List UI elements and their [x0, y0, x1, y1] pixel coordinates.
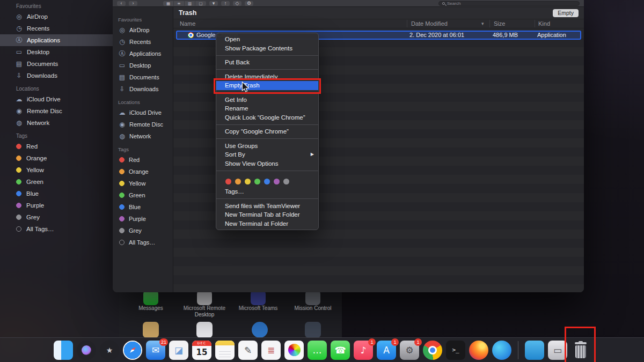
mission-control-grid-icon[interactable]: [305, 290, 320, 305]
group-button[interactable]: ▾: [209, 1, 218, 6]
sidebar-item-purple[interactable]: Purple: [113, 213, 173, 225]
menu-item-get-info[interactable]: Get Info: [216, 95, 318, 105]
column-view-icon[interactable]: ▥: [185, 1, 195, 6]
sidebar-item-network[interactable]: ◍Network: [113, 130, 173, 142]
empty-trash-toolbar-button[interactable]: Empty: [553, 9, 579, 17]
dock-notes[interactable]: [215, 341, 235, 360]
dock-music[interactable]: ♪1: [354, 341, 373, 360]
dock-textedit[interactable]: ✎: [238, 341, 258, 360]
menu-item-copy-google-chrome[interactable]: Copy “Google Chrome”: [216, 127, 318, 136]
menu-item-new-terminal-tab-at-folder[interactable]: New Terminal Tab at Folder: [216, 210, 318, 219]
dock-preview[interactable]: ◪: [169, 341, 188, 360]
sidebar-item-airdrop[interactable]: ◎AirDrop: [0, 11, 119, 23]
folder-grid-icon[interactable]: [143, 322, 159, 338]
sidebar-item-blue[interactable]: Blue: [113, 201, 173, 213]
sidebar-item-orange[interactable]: Orange: [113, 166, 173, 178]
tag-color-icon[interactable]: [264, 179, 270, 184]
dock-finder[interactable]: [54, 341, 73, 360]
sidebar-item-green[interactable]: Green: [0, 176, 119, 188]
dock-photos[interactable]: [284, 341, 304, 360]
sidebar-item-desktop[interactable]: ▭Desktop: [113, 60, 173, 71]
dock-app-gray[interactable]: ▭: [548, 341, 567, 360]
tag-color-icon[interactable]: [225, 179, 231, 184]
dock-app-blue[interactable]: [525, 341, 544, 360]
dock-app-pencils[interactable]: ≣: [261, 341, 281, 360]
tag-color-icon[interactable]: [274, 179, 280, 184]
messages-grid-icon[interactable]: [143, 290, 158, 305]
action-menu-button[interactable]: ⚙: [245, 1, 253, 6]
microsoft-teams-grid-icon[interactable]: [251, 290, 266, 305]
menu-item-show-view-options[interactable]: Show View Options: [216, 159, 318, 168]
dock-mail[interactable]: ✉21: [146, 341, 165, 360]
search-field[interactable]: Search: [438, 1, 580, 6]
tag-color-icon[interactable]: [245, 179, 251, 184]
forward-button[interactable]: ›: [129, 1, 137, 6]
dock-launchpad[interactable]: ★: [100, 341, 119, 360]
sort-direction-icon[interactable]: ▾: [481, 20, 484, 28]
sidebar-item-desktop[interactable]: ▭Desktop: [0, 46, 119, 58]
sidebar-item-grey[interactable]: Grey: [0, 211, 119, 223]
sidebar-item-grey[interactable]: Grey: [113, 225, 173, 237]
sidebar-item-green[interactable]: Green: [113, 189, 173, 201]
sidebar-item-yellow[interactable]: Yellow: [0, 164, 119, 176]
dock-app-store[interactable]: A1: [377, 341, 396, 360]
sidebar-item-all-tags[interactable]: All Tags…: [113, 237, 173, 248]
menu-item-send-files-with-teamviewer[interactable]: Send files with TeamViewer: [216, 202, 318, 211]
menu-item-delete-immediately[interactable]: Delete Immediately: [216, 72, 318, 82]
dock-firefox[interactable]: [469, 341, 488, 360]
dock-system-preferences[interactable]: ⚙1: [400, 341, 419, 360]
dock-siri[interactable]: [77, 341, 96, 360]
microsoft-remote-desktop-grid-icon[interactable]: [197, 290, 212, 305]
sidebar-item-documents[interactable]: ▤Documents: [0, 58, 119, 70]
tag-color-icon[interactable]: [235, 179, 241, 184]
gallery-view-icon[interactable]: ▢: [195, 1, 206, 6]
sidebar-item-remote-disc[interactable]: ◉Remote Disc: [0, 105, 119, 117]
sidebar-item-remote-disc[interactable]: ◉Remote Disc: [113, 119, 173, 130]
menu-item-show-package-contents[interactable]: Show Package Contents: [216, 44, 318, 53]
sidebar-item-documents[interactable]: ▤Documents: [113, 71, 173, 83]
menu-item-use-groups[interactable]: Use Groups: [216, 142, 318, 151]
tag-color-icon[interactable]: [254, 179, 260, 184]
column-header-name[interactable]: Name: [180, 20, 195, 28]
app-grid-icon-dark[interactable]: [305, 322, 321, 338]
sidebar-item-yellow[interactable]: Yellow: [113, 178, 173, 189]
dock-messages[interactable]: …: [308, 341, 327, 360]
column-header-size[interactable]: Size: [494, 20, 505, 28]
sidebar-item-blue[interactable]: Blue: [0, 188, 119, 200]
dock-browser-blue[interactable]: [492, 341, 511, 360]
menu-item-quick-look-google-chrome[interactable]: Quick Look “Google Chrome”: [216, 113, 318, 122]
menu-item-sort-by[interactable]: Sort By▶: [216, 150, 318, 159]
sidebar-item-airdrop[interactable]: ◎AirDrop: [113, 24, 173, 36]
tags-button[interactable]: ◇: [233, 1, 241, 6]
menu-item-tags[interactable]: Tags…: [216, 187, 318, 196]
menu-item-new-terminal-at-folder[interactable]: New Terminal at Folder: [216, 219, 318, 228]
dock-facetime[interactable]: ☎: [331, 341, 350, 360]
view-mode-control[interactable]: ▦ ≡ ▥ ▢: [163, 1, 206, 6]
app-grid-icon-blue[interactable]: [252, 322, 268, 338]
column-header-kind[interactable]: Kind: [538, 20, 550, 28]
sidebar-item-downloads[interactable]: ⇩Downloads: [0, 70, 119, 82]
tag-color-icon[interactable]: [283, 179, 289, 184]
sidebar-item-applications[interactable]: ⒶApplications: [113, 48, 173, 60]
back-button[interactable]: ‹: [117, 1, 126, 6]
menu-item-empty-trash[interactable]: Empty Trash: [216, 81, 318, 90]
dock-safari[interactable]: [123, 341, 142, 360]
sidebar-item-orange[interactable]: Orange: [0, 152, 119, 164]
menu-item-rename[interactable]: Rename: [216, 104, 318, 113]
sidebar-item-purple[interactable]: Purple: [0, 200, 119, 211]
sidebar-item-recents[interactable]: ◷Recents: [113, 36, 173, 48]
icon-view-icon[interactable]: ▦: [163, 1, 174, 6]
sidebar-item-applications[interactable]: ⒶApplications: [0, 34, 119, 46]
dock-chrome[interactable]: [423, 341, 442, 360]
sidebar-item-icloud-drive[interactable]: ☁iCloud Drive: [0, 93, 119, 105]
list-view-icon[interactable]: ≡: [174, 1, 185, 6]
menu-item-put-back[interactable]: Put Back: [216, 58, 318, 67]
app-grid-icon-white[interactable]: [196, 322, 213, 338]
sidebar-item-network[interactable]: ◍Network: [0, 117, 119, 129]
menu-item-open[interactable]: Open: [216, 35, 318, 44]
sidebar-item-all-tags[interactable]: All Tags…: [0, 223, 119, 235]
sidebar-item-icloud-drive[interactable]: ☁iCloud Drive: [113, 107, 173, 119]
share-button[interactable]: ↑: [221, 1, 230, 6]
sidebar-item-downloads[interactable]: ⇩Downloads: [113, 83, 173, 95]
sidebar-item-red[interactable]: Red: [113, 154, 173, 166]
